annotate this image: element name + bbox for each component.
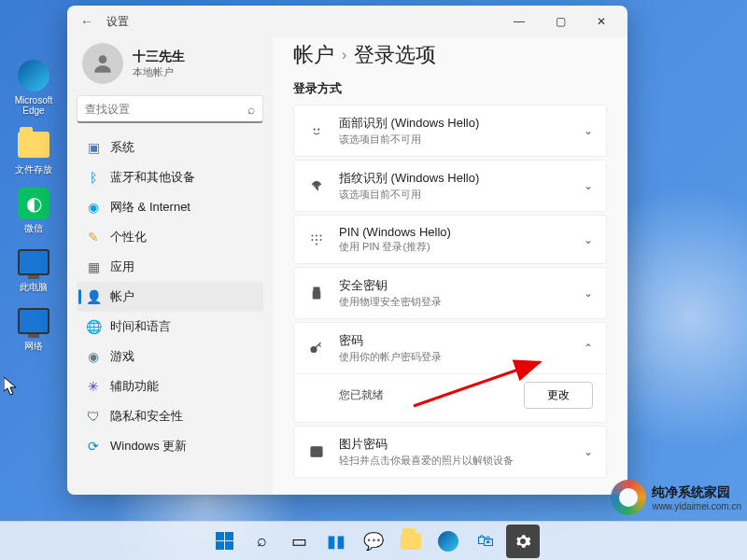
apps-icon: ▦ (86, 259, 101, 274)
desktop-label: 文件存放 (15, 164, 52, 175)
option-fingerprint-header[interactable]: 指纹识别 (Windows Hello)该选项目前不可用 ⌄ (294, 161, 606, 211)
back-button[interactable]: ← (73, 7, 101, 35)
search-box[interactable]: ⌕ (77, 95, 263, 123)
cursor-icon (4, 377, 17, 396)
task-view-icon[interactable]: ▭ (282, 525, 316, 558)
option-picture: 图片密码轻扫并点击你最喜爱的照片以解锁设备 ⌄ (293, 426, 607, 478)
system-icon: ▣ (86, 140, 101, 155)
fingerprint-icon (307, 176, 326, 195)
nav-system[interactable]: ▣系统 (77, 133, 263, 162)
option-password-header[interactable]: 密码使用你的帐户密码登录 ⌃ (294, 323, 606, 373)
usb-key-icon (307, 284, 326, 302)
chevron-down-icon: ⌄ (584, 445, 593, 458)
chevron-down-icon: ⌄ (584, 287, 593, 300)
profile[interactable]: 十三先生 本地帐户 (77, 43, 263, 91)
svg-point-2 (317, 128, 319, 130)
nav-accounts[interactable]: 👤帐户 (77, 282, 263, 312)
nav-bluetooth[interactable]: ᛒ蓝牙和其他设备 (77, 162, 263, 192)
profile-name: 十三先生 (133, 49, 185, 65)
nav-network[interactable]: ◉网络 & Internet (77, 192, 263, 222)
desktop-icon-wechat[interactable]: ◐微信 (6, 184, 62, 235)
chevron-down-icon: ⌄ (584, 233, 593, 246)
picture-icon (307, 442, 326, 461)
settings-window: ← 设置 — ▢ ✕ 十三先生 本地帐户 ⌕ ▣系统 ᛒ蓝牙和其他设备 (67, 6, 627, 495)
minimize-button[interactable]: — (499, 6, 540, 37)
nav-gaming[interactable]: ◉游戏 (77, 342, 263, 371)
nav-privacy[interactable]: 🛡隐私和安全性 (77, 401, 263, 431)
chat-icon[interactable]: 💬 (357, 525, 390, 558)
desktop-icon-edge[interactable]: Microsoft Edge (6, 56, 62, 118)
svg-point-5 (320, 234, 322, 236)
svg-point-1 (314, 128, 316, 130)
taskbar[interactable]: ⌕ ▭ ▮▮ 💬 🛍 (0, 521, 747, 560)
nav-update[interactable]: ⟳Windows 更新 (77, 431, 263, 461)
nav-accessibility[interactable]: ✳辅助功能 (77, 371, 263, 401)
nav-personalization[interactable]: ✎个性化 (77, 222, 263, 252)
option-key: 安全密钥使用物理安全密钥登录 ⌄ (293, 267, 607, 319)
desktop-icon-folder[interactable]: 文件存放 (6, 125, 62, 176)
nav: ▣系统 ᛒ蓝牙和其他设备 ◉网络 & Internet ✎个性化 ▦应用 👤帐户… (77, 133, 263, 461)
option-face-header[interactable]: 面部识别 (Windows Hello)该选项目前不可用 ⌄ (294, 105, 606, 156)
option-pin-header[interactable]: PIN (Windows Hello)使用 PIN 登录(推荐) ⌄ (294, 216, 606, 263)
keypad-icon (307, 231, 326, 249)
svg-rect-11 (313, 291, 320, 299)
desktop-icon-network[interactable]: 网络 (6, 301, 62, 353)
search-input[interactable] (85, 103, 247, 116)
desktop-label: 网络 (24, 341, 43, 351)
edge-taskbar-icon[interactable] (431, 525, 465, 558)
explorer-icon[interactable] (394, 525, 428, 558)
change-password-button[interactable]: 更改 (524, 382, 593, 409)
breadcrumb: 帐户 › 登录选项 (293, 41, 607, 69)
chevron-up-icon: ⌃ (584, 342, 593, 355)
settings-taskbar-icon[interactable] (506, 525, 540, 558)
option-password-body: 您已就绪 更改 (294, 373, 606, 422)
desktop-icons: Microsoft Edge 文件存放 ◐微信 此电脑 网络 (6, 56, 62, 353)
nav-time[interactable]: 🌐时间和语言 (77, 312, 263, 342)
face-icon (307, 121, 326, 140)
search-icon: ⌕ (247, 102, 255, 117)
sidebar: 十三先生 本地帐户 ⌕ ▣系统 ᛒ蓝牙和其他设备 ◉网络 & Internet … (67, 37, 273, 495)
clock-icon: 🌐 (86, 319, 101, 334)
option-pin: PIN (Windows Hello)使用 PIN 登录(推荐) ⌄ (293, 215, 607, 264)
svg-point-3 (312, 234, 314, 236)
accessibility-icon: ✳ (86, 379, 101, 394)
maximize-button[interactable]: ▢ (540, 6, 581, 37)
svg-point-7 (316, 239, 317, 241)
svg-point-8 (320, 239, 322, 241)
window-title: 设置 (106, 14, 129, 30)
shield-icon: 🛡 (86, 409, 101, 424)
options-list: 面部识别 (Windows Hello)该选项目前不可用 ⌄ 指纹识别 (Win… (293, 105, 607, 478)
option-picture-header[interactable]: 图片密码轻扫并点击你最喜爱的照片以解锁设备 ⌄ (294, 427, 606, 477)
desktop-label: 微信 (24, 223, 43, 233)
avatar-icon (82, 43, 123, 84)
breadcrumb-root[interactable]: 帐户 (293, 41, 334, 69)
svg-point-0 (99, 55, 107, 63)
option-password: 密码使用你的帐户密码登录 ⌃ 您已就绪 更改 (293, 322, 607, 423)
svg-point-4 (316, 234, 317, 236)
password-status: 您已就绪 (339, 387, 384, 403)
profile-subtitle: 本地帐户 (133, 65, 185, 79)
watermark-logo-icon (611, 480, 646, 515)
nav-apps[interactable]: ▦应用 (77, 252, 263, 282)
close-button[interactable]: ✕ (581, 6, 622, 37)
update-icon: ⟳ (86, 439, 101, 454)
watermark-url: www.yidaimei.com.cn (652, 501, 741, 511)
option-key-header[interactable]: 安全密钥使用物理安全密钥登录 ⌄ (294, 268, 606, 318)
start-button[interactable] (207, 525, 241, 558)
chevron-down-icon: ⌄ (584, 179, 593, 192)
taskbar-search-icon[interactable]: ⌕ (245, 525, 278, 558)
key-icon (307, 339, 326, 357)
option-face: 面部识别 (Windows Hello)该选项目前不可用 ⌄ (293, 105, 607, 157)
titlebar[interactable]: ← 设置 — ▢ ✕ (67, 6, 627, 37)
gaming-icon: ◉ (86, 349, 101, 364)
chevron-down-icon: ⌄ (584, 124, 593, 137)
main-panel: 帐户 › 登录选项 登录方式 面部识别 (Windows Hello)该选项目前… (273, 37, 627, 495)
store-icon[interactable]: 🛍 (469, 525, 502, 558)
desktop-icon-pc[interactable]: 此电脑 (6, 243, 62, 294)
watermark-title: 纯净系统家园 (652, 484, 741, 501)
widgets-icon[interactable]: ▮▮ (319, 525, 353, 558)
watermark: 纯净系统家园 www.yidaimei.com.cn (611, 480, 741, 515)
svg-point-12 (311, 347, 317, 353)
breadcrumb-page: 登录选项 (354, 41, 436, 69)
desktop-label: Microsoft Edge (7, 95, 60, 116)
